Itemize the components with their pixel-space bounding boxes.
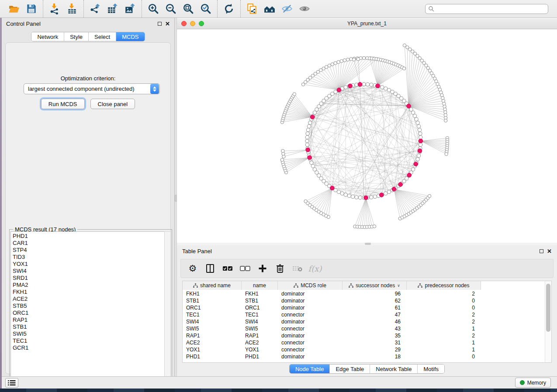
show-all-button[interactable] xyxy=(296,1,313,16)
table-scrollbar[interactable] xyxy=(545,281,551,362)
mcds-result-item[interactable]: STP4 xyxy=(13,247,165,254)
column-header-name[interactable]: name xyxy=(242,281,278,290)
mcds-result-item[interactable]: ORC1 xyxy=(13,309,165,316)
mcds-result-list[interactable]: PHD1CAR1STP4TID3YOX1SWI4SRD1PMA2FKH1ACE2… xyxy=(10,231,165,390)
column-header-label: MCDS role xyxy=(301,282,326,289)
zoom-in-button[interactable] xyxy=(145,1,162,16)
run-mcds-button[interactable]: Run MCDS xyxy=(41,99,85,109)
float-panel-icon[interactable] xyxy=(158,22,162,26)
delete-columns-button[interactable] xyxy=(274,263,286,274)
refresh-layout-button[interactable] xyxy=(220,1,238,16)
mcds-result-item[interactable]: STB1 xyxy=(13,323,165,330)
close-table-panel-icon[interactable]: ✕ xyxy=(547,249,552,253)
table-row[interactable]: FKH1FKH1dominator962 xyxy=(183,290,545,297)
save-session-button[interactable] xyxy=(23,1,40,16)
table-cell: STB1 xyxy=(183,297,242,304)
tab-network-table[interactable]: Network Table xyxy=(370,364,417,373)
import-table-button[interactable] xyxy=(63,1,81,16)
table-row[interactable]: TEC1TEC1connector472 xyxy=(183,311,545,318)
table-row[interactable]: SWI4SWI4dominator462 xyxy=(183,318,545,325)
export-network-button[interactable] xyxy=(86,1,104,16)
clone-network-icon xyxy=(246,3,258,14)
table-row[interactable]: YOX1YOX1connector291 xyxy=(183,346,545,353)
table-scrollbar-thumb[interactable] xyxy=(546,284,550,332)
tab-select[interactable]: Select xyxy=(88,32,116,41)
first-neighbors-button[interactable] xyxy=(261,1,278,16)
table-row[interactable]: RAP1RAP1dominator352 xyxy=(183,332,545,339)
mcds-result-item[interactable]: GCR1 xyxy=(13,344,165,351)
tab-node-table[interactable]: Node Table xyxy=(290,364,330,373)
table-cell: PHD1 xyxy=(183,353,242,360)
mcds-result-item[interactable]: ACE2 xyxy=(13,296,165,303)
column-header-successor-nodes[interactable]: successor nodes∨ xyxy=(343,281,407,290)
table-row[interactable]: ORC1ORC1dominator610 xyxy=(183,304,545,311)
mcds-result-item[interactable]: STB5 xyxy=(13,303,165,309)
application-window: Control Panel ✕ Optimization criterion: … xyxy=(0,0,557,392)
tab-motifs[interactable]: Motifs xyxy=(417,364,444,373)
mcds-result-item[interactable]: SWI4 xyxy=(13,268,165,275)
table-cell: dominator xyxy=(278,353,343,360)
export-image-button[interactable] xyxy=(121,1,139,16)
mcds-result-item[interactable]: PMA2 xyxy=(13,282,165,289)
export-table-button[interactable] xyxy=(104,1,121,16)
network-canvas[interactable] xyxy=(177,29,557,243)
delete-table-button[interactable] xyxy=(292,263,303,274)
close-panel-icon[interactable]: ✕ xyxy=(165,22,170,26)
tab-network[interactable]: Network xyxy=(31,32,64,41)
zoom-selected-button[interactable] xyxy=(197,1,214,16)
node-table-body: FKH1FKH1dominator962STB1STB1dominator620… xyxy=(183,290,545,360)
zoom-fit-icon xyxy=(183,3,194,14)
table-cell: 1 xyxy=(407,339,481,346)
table-cell: SWI4 xyxy=(183,318,242,325)
trash-icon xyxy=(276,264,284,273)
search-input[interactable] xyxy=(434,6,545,12)
zoom-fit-button[interactable] xyxy=(180,1,197,16)
mcds-result-item[interactable]: CAR1 xyxy=(13,240,165,247)
select-all-columns-button[interactable] xyxy=(222,263,233,274)
create-column-button[interactable] xyxy=(257,263,268,274)
network-view-window: YPA_prune.txt_1 xyxy=(177,18,557,243)
open-file-icon xyxy=(8,3,20,14)
table-row[interactable]: PHD1PHD1dominator180 xyxy=(183,353,545,360)
optimization-criterion-select[interactable]: largest connected component (undirected) xyxy=(24,83,160,94)
mcds-result-item[interactable]: PHD1 xyxy=(13,233,165,240)
mcds-result-item[interactable]: SRD1 xyxy=(13,275,165,282)
search-field[interactable] xyxy=(425,4,548,14)
table-row[interactable]: ACE2ACE2connector311 xyxy=(183,339,545,346)
mcds-result-item[interactable]: TEC1 xyxy=(13,337,165,344)
table-cell: 1 xyxy=(407,325,481,332)
unselect-all-columns-button[interactable] xyxy=(239,263,251,274)
close-panel-button[interactable]: Close panel xyxy=(90,99,135,109)
horizontal-splitter-handle[interactable] xyxy=(365,243,371,245)
optimization-criterion-value: largest connected component (undirected) xyxy=(24,86,150,92)
mcds-result-item[interactable]: SWI5 xyxy=(13,330,165,337)
mcds-result-item[interactable]: YOX1 xyxy=(13,261,165,268)
zoom-out-button[interactable] xyxy=(162,1,180,16)
clone-network-button[interactable] xyxy=(243,1,261,16)
tab-mcds[interactable]: MCDS xyxy=(116,32,144,41)
function-builder-button[interactable]: f(x) xyxy=(309,263,321,274)
tab-style[interactable]: Style xyxy=(64,32,88,41)
memory-button[interactable]: Memory xyxy=(515,378,551,388)
hide-selected-button[interactable] xyxy=(278,1,296,16)
status-bar: Memory xyxy=(2,376,557,389)
mcds-result-item[interactable]: RAP1 xyxy=(13,316,165,323)
table-cell: ORC1 xyxy=(242,304,278,311)
table-options-button[interactable]: ⚙ xyxy=(187,263,198,274)
table-row[interactable]: STB1STB1dominator620 xyxy=(183,297,545,304)
show-task-history-button[interactable] xyxy=(5,378,18,388)
open-file-button[interactable] xyxy=(5,1,23,16)
column-header-label: name xyxy=(253,282,266,289)
import-network-icon xyxy=(49,3,60,14)
tab-edge-table[interactable]: Edge Table xyxy=(329,364,370,373)
column-header-MCDS-role[interactable]: MCDS role xyxy=(278,281,343,290)
import-network-button[interactable] xyxy=(46,1,63,16)
float-table-panel-icon[interactable] xyxy=(540,249,543,253)
table-row[interactable]: SWI5SWI5connector431 xyxy=(183,325,545,332)
mcds-result-item[interactable]: FKH1 xyxy=(13,289,165,296)
mcds-result-item[interactable]: TID3 xyxy=(13,254,165,261)
column-header-shared-name[interactable]: shared name xyxy=(183,281,242,290)
mcds-list-scrollbar[interactable] xyxy=(164,231,171,390)
column-header-predecessor-nodes[interactable]: predecessor nodes xyxy=(407,281,481,290)
show-columns-button[interactable] xyxy=(204,263,216,274)
